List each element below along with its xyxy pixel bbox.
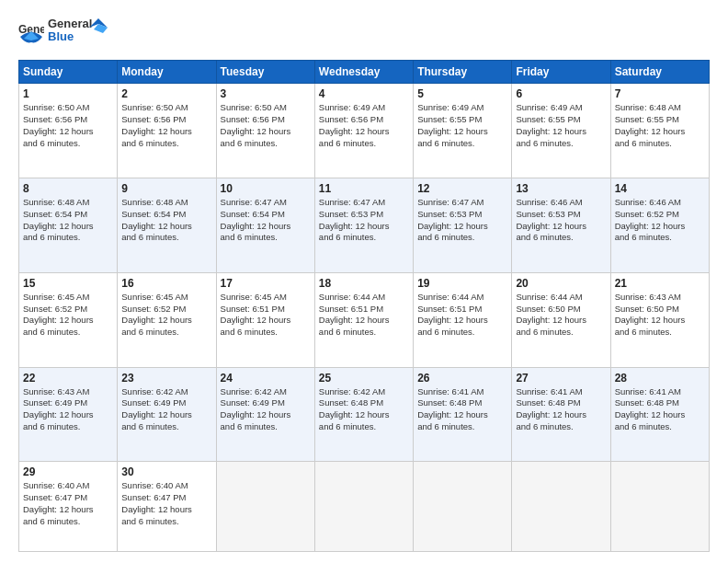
table-row: 7Sunrise: 6:48 AMSunset: 6:55 PMDaylight… <box>610 84 709 178</box>
col-thursday: Thursday <box>414 61 512 84</box>
day-number: 2 <box>121 87 211 100</box>
logo: General General Blue <box>18 15 108 51</box>
table-row: 28Sunrise: 6:41 AMSunset: 6:48 PMDayligh… <box>610 367 709 462</box>
day-number: 17 <box>221 277 311 290</box>
svg-text:General: General <box>48 17 92 30</box>
table-row: 30Sunrise: 6:40 AMSunset: 6:47 PMDayligh… <box>118 462 216 552</box>
day-info: Sunrise: 6:44 AMSunset: 6:50 PMDaylight:… <box>516 292 606 339</box>
table-row: 22Sunrise: 6:43 AMSunset: 6:49 PMDayligh… <box>19 367 118 462</box>
day-number: 28 <box>615 372 705 385</box>
day-number: 19 <box>417 277 507 290</box>
day-info: Sunrise: 6:45 AMSunset: 6:52 PMDaylight:… <box>23 292 113 339</box>
day-number: 4 <box>319 87 409 100</box>
table-row <box>512 462 610 552</box>
svg-marker-4 <box>94 24 108 33</box>
table-row: 12Sunrise: 6:47 AMSunset: 6:53 PMDayligh… <box>414 178 512 273</box>
day-info: Sunrise: 6:45 AMSunset: 6:51 PMDaylight:… <box>221 292 311 339</box>
day-number: 3 <box>221 87 311 100</box>
day-info: Sunrise: 6:44 AMSunset: 6:51 PMDaylight:… <box>319 292 409 339</box>
day-info: Sunrise: 6:41 AMSunset: 6:48 PMDaylight:… <box>615 386 705 433</box>
day-number: 15 <box>23 277 113 290</box>
day-info: Sunrise: 6:48 AMSunset: 6:54 PMDaylight:… <box>23 197 113 244</box>
table-row: 10Sunrise: 6:47 AMSunset: 6:54 PMDayligh… <box>216 178 314 273</box>
col-monday: Monday <box>118 61 216 84</box>
day-number: 6 <box>516 87 606 100</box>
day-info: Sunrise: 6:50 AMSunset: 6:56 PMDaylight:… <box>221 102 311 149</box>
col-friday: Friday <box>512 61 610 84</box>
table-row: 1Sunrise: 6:50 AMSunset: 6:56 PMDaylight… <box>19 84 118 178</box>
day-info: Sunrise: 6:42 AMSunset: 6:48 PMDaylight:… <box>319 386 409 433</box>
day-number: 9 <box>121 182 211 195</box>
calendar-week-row: 1Sunrise: 6:50 AMSunset: 6:56 PMDaylight… <box>19 84 710 178</box>
table-row: 4Sunrise: 6:49 AMSunset: 6:56 PMDaylight… <box>314 84 413 178</box>
table-row: 9Sunrise: 6:48 AMSunset: 6:54 PMDaylight… <box>118 178 216 273</box>
day-number: 18 <box>319 277 409 290</box>
day-info: Sunrise: 6:49 AMSunset: 6:55 PMDaylight:… <box>417 102 507 149</box>
day-number: 13 <box>516 182 606 195</box>
table-row: 6Sunrise: 6:49 AMSunset: 6:55 PMDaylight… <box>512 84 610 178</box>
logo-general-text: General Blue <box>48 15 108 51</box>
table-row: 15Sunrise: 6:45 AMSunset: 6:52 PMDayligh… <box>19 272 118 367</box>
table-row: 21Sunrise: 6:43 AMSunset: 6:50 PMDayligh… <box>610 272 709 367</box>
day-number: 25 <box>319 372 409 385</box>
day-number: 23 <box>121 372 211 385</box>
day-info: Sunrise: 6:42 AMSunset: 6:49 PMDaylight:… <box>121 386 211 433</box>
day-info: Sunrise: 6:46 AMSunset: 6:52 PMDaylight:… <box>615 197 705 244</box>
day-info: Sunrise: 6:41 AMSunset: 6:48 PMDaylight:… <box>516 386 606 433</box>
day-info: Sunrise: 6:47 AMSunset: 6:53 PMDaylight:… <box>319 197 409 244</box>
day-info: Sunrise: 6:44 AMSunset: 6:51 PMDaylight:… <box>417 292 507 339</box>
day-info: Sunrise: 6:47 AMSunset: 6:53 PMDaylight:… <box>417 197 507 244</box>
day-info: Sunrise: 6:43 AMSunset: 6:50 PMDaylight:… <box>615 292 705 339</box>
table-row <box>314 462 413 552</box>
table-row: 8Sunrise: 6:48 AMSunset: 6:54 PMDaylight… <box>19 178 118 273</box>
day-number: 1 <box>23 87 113 100</box>
table-row: 17Sunrise: 6:45 AMSunset: 6:51 PMDayligh… <box>216 272 314 367</box>
table-row: 3Sunrise: 6:50 AMSunset: 6:56 PMDaylight… <box>216 84 314 178</box>
table-row: 27Sunrise: 6:41 AMSunset: 6:48 PMDayligh… <box>512 367 610 462</box>
day-info: Sunrise: 6:48 AMSunset: 6:54 PMDaylight:… <box>121 197 211 244</box>
table-row: 14Sunrise: 6:46 AMSunset: 6:52 PMDayligh… <box>610 178 709 273</box>
day-info: Sunrise: 6:49 AMSunset: 6:56 PMDaylight:… <box>319 102 409 149</box>
day-number: 7 <box>615 87 705 100</box>
table-row <box>216 462 314 552</box>
col-tuesday: Tuesday <box>216 61 314 84</box>
day-info: Sunrise: 6:47 AMSunset: 6:54 PMDaylight:… <box>221 197 311 244</box>
col-saturday: Saturday <box>610 61 709 84</box>
day-number: 26 <box>417 372 507 385</box>
day-number: 14 <box>615 182 705 195</box>
logo-icon: General <box>18 20 44 46</box>
day-info: Sunrise: 6:50 AMSunset: 6:56 PMDaylight:… <box>121 102 211 149</box>
table-row: 19Sunrise: 6:44 AMSunset: 6:51 PMDayligh… <box>414 272 512 367</box>
table-row: 29Sunrise: 6:40 AMSunset: 6:47 PMDayligh… <box>19 462 118 552</box>
day-info: Sunrise: 6:50 AMSunset: 6:56 PMDaylight:… <box>23 102 113 149</box>
table-row: 23Sunrise: 6:42 AMSunset: 6:49 PMDayligh… <box>118 367 216 462</box>
day-number: 24 <box>221 372 311 385</box>
day-number: 10 <box>221 182 311 195</box>
table-row: 20Sunrise: 6:44 AMSunset: 6:50 PMDayligh… <box>512 272 610 367</box>
day-number: 27 <box>516 372 606 385</box>
table-row: 13Sunrise: 6:46 AMSunset: 6:53 PMDayligh… <box>512 178 610 273</box>
day-number: 20 <box>516 277 606 290</box>
day-number: 5 <box>417 87 507 100</box>
day-info: Sunrise: 6:40 AMSunset: 6:47 PMDaylight:… <box>121 480 211 527</box>
col-wednesday: Wednesday <box>314 61 413 84</box>
table-row: 16Sunrise: 6:45 AMSunset: 6:52 PMDayligh… <box>118 272 216 367</box>
svg-text:Blue: Blue <box>48 29 74 43</box>
day-number: 8 <box>23 182 113 195</box>
day-number: 22 <box>23 372 113 385</box>
table-row: 26Sunrise: 6:41 AMSunset: 6:48 PMDayligh… <box>414 367 512 462</box>
day-info: Sunrise: 6:43 AMSunset: 6:49 PMDaylight:… <box>23 386 113 433</box>
day-number: 12 <box>417 182 507 195</box>
table-row: 24Sunrise: 6:42 AMSunset: 6:49 PMDayligh… <box>216 367 314 462</box>
day-info: Sunrise: 6:48 AMSunset: 6:55 PMDaylight:… <box>615 102 705 149</box>
logo-svg: General Blue <box>48 15 108 48</box>
day-number: 16 <box>121 277 211 290</box>
table-row <box>610 462 709 552</box>
day-info: Sunrise: 6:40 AMSunset: 6:47 PMDaylight:… <box>23 480 113 527</box>
table-row: 11Sunrise: 6:47 AMSunset: 6:53 PMDayligh… <box>314 178 413 273</box>
table-row: 2Sunrise: 6:50 AMSunset: 6:56 PMDaylight… <box>118 84 216 178</box>
header: General General Blue <box>18 15 710 51</box>
table-row: 25Sunrise: 6:42 AMSunset: 6:48 PMDayligh… <box>314 367 413 462</box>
table-row <box>414 462 512 552</box>
day-number: 29 <box>23 465 113 478</box>
